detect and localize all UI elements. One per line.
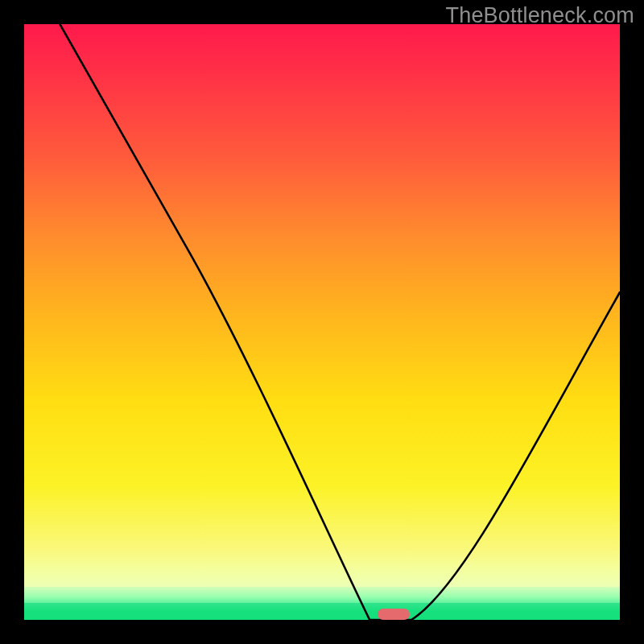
plot-area [24, 24, 620, 620]
watermark-text: TheBottleneck.com [445, 3, 634, 28]
bottleneck-curve [24, 24, 620, 620]
frame: TheBottleneck.com [0, 0, 644, 644]
optimal-marker [378, 609, 410, 620]
